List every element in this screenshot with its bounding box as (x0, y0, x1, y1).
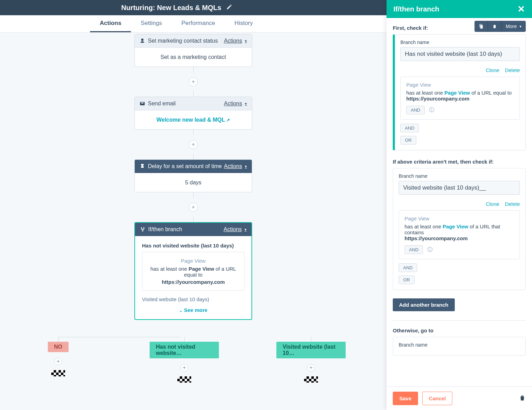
node-body: Set as a marketing contact (135, 47, 252, 67)
branch-name-input-2[interactable] (399, 181, 520, 195)
trash-icon[interactable] (519, 394, 526, 403)
node-send-email[interactable]: Send email Actions Welcome new lead & MQ… (134, 97, 252, 130)
cancel-button[interactable]: Cancel (422, 392, 452, 405)
add-action-button[interactable]: + (189, 140, 198, 149)
hourglass-icon (140, 164, 145, 169)
branch2-title: Visited website (last 10 days) (142, 296, 245, 302)
node-actions-menu[interactable]: Actions (224, 226, 247, 233)
criteria-summary: Page View has at least one Page View of … (142, 252, 245, 291)
side-panel: If/then branch ✕ More First, check if: B… (387, 0, 532, 410)
node-delay[interactable]: Delay for a set amount of time Actions 5… (134, 159, 252, 192)
add-branch-button[interactable]: Add another branch (393, 298, 455, 311)
branch-name-label: Branch name (399, 342, 520, 348)
add-action-button[interactable]: + (54, 358, 62, 365)
workflow-title: Nurturing: New Leads & MQLs (121, 4, 221, 12)
tab-actions[interactable]: Actions (90, 15, 131, 32)
branch-name-label: Branch name (400, 40, 520, 45)
and-chip-inner[interactable]: AND (405, 245, 423, 254)
delete-link[interactable]: Delete (505, 67, 520, 73)
close-icon[interactable]: ✕ (517, 4, 525, 15)
or-chip[interactable]: OR (400, 136, 416, 145)
person-icon (140, 38, 145, 44)
branch-name-input-1[interactable] (400, 47, 520, 61)
delete-link[interactable]: Delete (505, 201, 520, 207)
node-title: Set marketing contact status (148, 38, 218, 44)
tab-performance[interactable]: Performance (172, 15, 225, 32)
see-more-link[interactable]: ⌄ See more (142, 307, 245, 313)
save-button[interactable]: Save (393, 392, 418, 405)
branch-name-label: Branch name (399, 173, 520, 179)
end-icon (51, 370, 65, 376)
node-actions-menu[interactable]: Actions (224, 38, 247, 44)
trash-icon[interactable] (488, 21, 502, 32)
panel-footer: Save Cancel (387, 386, 532, 410)
branch-icon (140, 227, 145, 232)
and-chip[interactable]: AND (400, 124, 419, 132)
criteria-box-1[interactable]: Page View has at least one Page View of … (400, 77, 520, 120)
add-action-button[interactable]: + (189, 77, 198, 86)
workflow-canvas[interactable]: Set marketing contact status Actions Set… (0, 33, 387, 410)
end-icon (304, 376, 318, 383)
node-actions-menu[interactable]: Actions (224, 163, 247, 169)
node-if-then-branch[interactable]: If/then branch Actions Has not visited w… (134, 222, 252, 320)
and-chip[interactable]: AND (399, 263, 417, 272)
and-chip-inner[interactable]: AND (406, 106, 425, 114)
node-title: Send email (148, 101, 176, 107)
or-chip[interactable]: OR (399, 276, 415, 284)
clone-link[interactable]: Clone (486, 67, 499, 73)
second-check-label: If above criteria aren't met, then check… (393, 159, 526, 165)
node-actions-menu[interactable]: Actions (224, 101, 247, 107)
node-title: Delay for a set amount of time (148, 163, 222, 169)
node-set-marketing-status[interactable]: Set marketing contact status Actions Set… (134, 34, 252, 67)
node-body: 5 days (135, 173, 252, 192)
tab-history[interactable]: History (225, 15, 263, 32)
panel-toolbar: More (475, 21, 526, 32)
otherwise-label: Otherwise, go to (393, 328, 526, 333)
add-action-button[interactable]: + (307, 364, 315, 372)
criteria-box-2[interactable]: Page View has at least one Page View of … (399, 210, 520, 259)
more-menu[interactable]: More (502, 21, 526, 32)
copy-icon[interactable] (475, 21, 488, 32)
mail-icon (140, 101, 145, 106)
branch-badge-2[interactable]: Visited website (last 10… (276, 342, 346, 358)
node-title: If/then branch (148, 226, 182, 233)
clone-link[interactable]: Clone (486, 201, 499, 207)
branch-badge-no[interactable]: NO (48, 342, 69, 352)
info-icon[interactable]: ⓘ (427, 246, 433, 253)
edit-title-icon[interactable] (226, 4, 232, 12)
branch-badge-1[interactable]: Has not visited website… (150, 342, 219, 358)
email-link[interactable]: Welcome new lead & MQL (157, 117, 230, 123)
branch-editor-2: Branch name Clone Delete Page View has a… (393, 168, 526, 290)
panel-title: If/then branch (393, 5, 439, 13)
add-action-button[interactable]: + (180, 364, 188, 372)
branch-editor-1: Branch name Clone Delete Page View has a… (393, 34, 526, 150)
info-icon[interactable]: ⓘ (429, 107, 434, 113)
branch1-title: Has not visited website (last 10 days) (142, 243, 245, 248)
tab-settings[interactable]: Settings (131, 15, 171, 32)
add-action-button[interactable]: + (189, 203, 198, 212)
end-icon (177, 376, 191, 383)
